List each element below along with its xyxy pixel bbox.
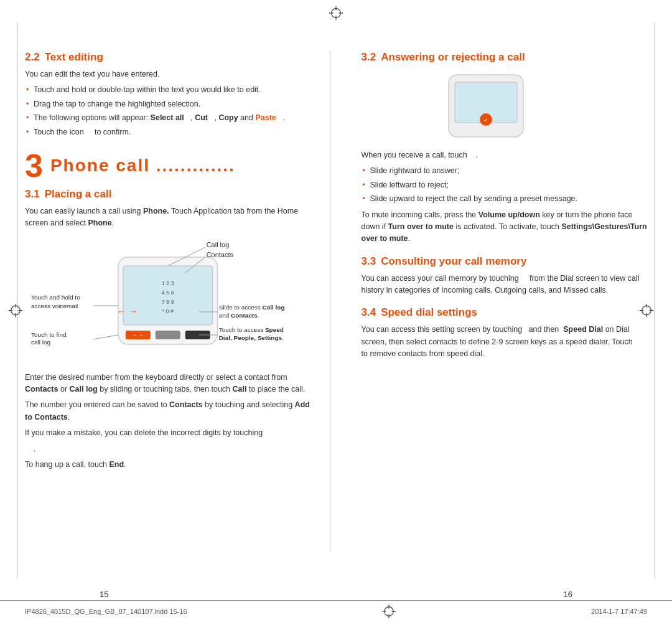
right-crosshair-icon bbox=[640, 303, 653, 317]
section-33-num: 3.3 bbox=[362, 255, 376, 268]
section-32-title: Answering or rejecting a call bbox=[381, 51, 525, 64]
section-22-intro: You can edit the text you have entered. bbox=[25, 68, 311, 80]
svg-text:Contacts: Contacts bbox=[207, 251, 234, 258]
bullet-item: Slide upward to reject the call by sendi… bbox=[362, 193, 648, 205]
section-31-title: Placing a call bbox=[45, 188, 112, 200]
page-num-right: 16 bbox=[564, 590, 572, 599]
section-34-body: You can access this setting screen by to… bbox=[362, 324, 648, 360]
section-22-heading: 2.2 Text editing bbox=[25, 51, 311, 64]
section-31-num: 3.1 bbox=[25, 188, 40, 200]
svg-text:Touch to access Speed: Touch to access Speed bbox=[219, 326, 284, 333]
section-33-title: Consulting your call memory bbox=[381, 255, 526, 268]
page-numbers-area: 15 16 bbox=[0, 588, 672, 600]
section-31-body4: To hang up a call, touch End. bbox=[25, 459, 311, 471]
section-31-intro: You can easily launch a call using Phone… bbox=[25, 205, 311, 230]
svg-text:Call log: Call log bbox=[207, 241, 230, 248]
svg-text:→: → bbox=[129, 306, 138, 316]
file-info: IP4826_4015D_QG_Eng_GB_07_140107.indd 15… bbox=[25, 608, 187, 615]
section-22-num: 2.2 bbox=[25, 51, 40, 64]
section-31-body3b: . bbox=[25, 443, 311, 455]
section-32-num: 3.2 bbox=[362, 51, 376, 64]
main-content: 2.2 Text editing You can edit the text y… bbox=[0, 20, 672, 588]
svg-text:Touch and hold to: Touch and hold to bbox=[31, 294, 80, 301]
left-crosshair-area bbox=[9, 303, 22, 319]
phone-diagram: 1 2 3 4 5 6 7 8 9 * 0 # ← → Call log bbox=[25, 238, 311, 363]
date-info: 2014-1-7 17:47:49 bbox=[591, 608, 647, 615]
svg-text:and Contacts.: and Contacts. bbox=[219, 312, 259, 319]
bottom-crosshair-icon bbox=[382, 605, 396, 618]
chapter-3-num: 3 bbox=[25, 149, 43, 182]
left-column: 2.2 Text editing You can edit the text y… bbox=[25, 51, 330, 551]
page-num-left: 15 bbox=[100, 590, 108, 599]
section-34-heading: 3.4 Speed dial settings bbox=[362, 306, 648, 319]
bullet-item: Touch the icon to confirm. bbox=[25, 126, 311, 138]
chapter-3-title: Phone call ............. bbox=[50, 156, 235, 176]
section-32-image-area: ✓ bbox=[362, 68, 648, 149]
section-33-body: You can access your call memory by touch… bbox=[362, 273, 648, 297]
svg-text:Touch to find: Touch to find bbox=[31, 331, 67, 338]
section-33-heading: 3.3 Consulting your call memory bbox=[362, 255, 648, 268]
bottom-bar: IP4826_4015D_QG_Eng_GB_07_140107.indd 15… bbox=[0, 600, 672, 622]
svg-text:Dial, People, Settings.: Dial, People, Settings. bbox=[219, 334, 284, 341]
svg-text:call log: call log bbox=[31, 339, 50, 346]
section-31-body1: Enter the desired number from the keyboa… bbox=[25, 372, 311, 396]
svg-text:*   0   #: * 0 # bbox=[162, 308, 174, 314]
bullet-item: Drag the tap to change the highlighted s… bbox=[25, 98, 311, 110]
section-32-intro: When you receive a call, touch . bbox=[362, 149, 648, 161]
section-34-num: 3.4 bbox=[362, 306, 376, 319]
vline-left bbox=[17, 22, 18, 578]
bullet-item: Slide leftward to reject; bbox=[362, 179, 648, 191]
svg-text:7   8   9: 7 8 9 bbox=[162, 299, 174, 305]
top-crosshair-area bbox=[0, 0, 672, 20]
svg-text:1   2   3: 1 2 3 bbox=[162, 280, 174, 286]
svg-text:Slide to access Call log: Slide to access Call log bbox=[219, 304, 285, 311]
svg-text:access voicemail: access voicemail bbox=[31, 303, 78, 309]
section-22-title: Text editing bbox=[45, 51, 103, 64]
section-32-bullets: Slide rightward to answer; Slide leftwar… bbox=[362, 165, 648, 205]
bullet-item: The following options will appear: Selec… bbox=[25, 112, 311, 124]
vline-right bbox=[654, 22, 655, 578]
top-crosshair-icon bbox=[329, 6, 343, 20]
diagram-svg: 1 2 3 4 5 6 7 8 9 * 0 # ← → Call log bbox=[25, 238, 311, 363]
svg-rect-12 bbox=[156, 331, 180, 339]
section-31-heading: 3.1 Placing a call bbox=[25, 188, 311, 200]
svg-text:4   5   6: 4 5 6 bbox=[162, 290, 174, 296]
chapter-3-block: 3 Phone call ............. bbox=[25, 149, 311, 182]
section-32-heading: 3.2 Answering or rejecting a call bbox=[362, 51, 648, 64]
svg-text:←  →: ← → bbox=[133, 332, 144, 338]
section-32-body1: To mute incoming calls, press the Volume… bbox=[362, 209, 648, 245]
right-column: 3.2 Answering or rejecting a call ✓ When… bbox=[355, 51, 648, 551]
svg-text:←: ← bbox=[117, 306, 126, 316]
section-22-bullets: Touch and hold or double-tap within the … bbox=[25, 84, 311, 138]
left-crosshair-icon bbox=[9, 303, 22, 317]
svg-line-27 bbox=[93, 335, 118, 339]
bullet-item: Touch and hold or double-tap within the … bbox=[25, 84, 311, 96]
section-31-body3: If you make a mistake, you can delete th… bbox=[25, 427, 311, 439]
page-wrapper: 2.2 Text editing You can edit the text y… bbox=[0, 0, 672, 622]
answer-diagram: ✓ bbox=[362, 68, 610, 143]
section-31-body2: The number you entered can be saved to C… bbox=[25, 399, 311, 423]
bullet-item: Slide rightward to answer; bbox=[362, 165, 648, 177]
svg-text:✓: ✓ bbox=[483, 117, 488, 123]
section-34-title: Speed dial settings bbox=[381, 306, 477, 319]
right-crosshair-area bbox=[640, 303, 653, 319]
